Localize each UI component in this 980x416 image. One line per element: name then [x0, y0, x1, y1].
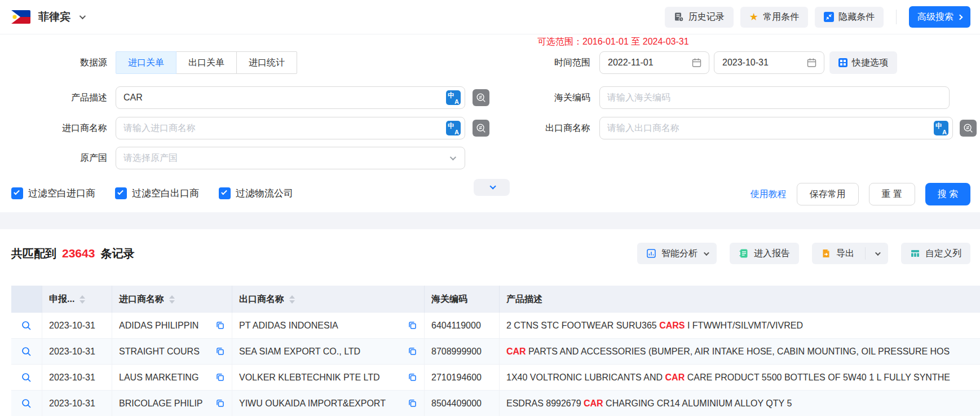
country-chevron-down-icon[interactable]	[80, 13, 86, 19]
country-name: 菲律宾	[38, 10, 70, 24]
exporter-label: 出口商名称	[517, 117, 590, 139]
chevron-down-icon	[704, 250, 709, 256]
sort-icons[interactable]	[289, 295, 295, 304]
copy-icon[interactable]	[215, 373, 225, 382]
view-detail-magnifier-icon[interactable]	[21, 346, 32, 357]
match-prefix: 共匹配到	[11, 246, 56, 261]
date-range-hint: 可选范围：2016-01-01 至 2024-03-31	[537, 36, 689, 48]
collapse-icon	[824, 12, 834, 22]
start-date-value: 2022-11-01	[608, 58, 691, 68]
philippines-flag-icon	[11, 10, 30, 24]
calendar-icon[interactable]	[806, 58, 817, 68]
filter-blank-exporter[interactable]: 过滤空白出口商	[115, 187, 199, 200]
table-row: 2023-10-31 BRICOLAGE PHILIP YIWU OUKAIDA…	[11, 391, 980, 416]
copy-icon[interactable]	[408, 321, 417, 330]
col-header-detail	[11, 286, 42, 313]
match-count-line: 共匹配到 23643 条记录	[11, 246, 134, 261]
tab-import-declarations[interactable]: 进口关单	[116, 51, 176, 74]
columns-icon	[910, 248, 920, 259]
divider	[896, 10, 897, 24]
origin-country-placeholder: 请选择原产国	[123, 152, 450, 164]
hide-conditions-button[interactable]: 隐藏条件	[815, 7, 884, 28]
filter-checkbox-row: 过滤空白进口商 过滤空白出口商 过滤物流公司	[11, 187, 293, 200]
favorite-conditions-button[interactable]: ★ 常用条件	[740, 7, 808, 28]
advanced-search-button[interactable]: 高级搜索	[909, 6, 970, 28]
copy-icon[interactable]	[215, 321, 225, 330]
tutorial-link[interactable]: 使用教程	[751, 189, 787, 200]
sort-icons[interactable]	[169, 295, 175, 304]
checkbox-checked-icon	[115, 187, 127, 199]
copy-icon[interactable]	[408, 347, 417, 356]
cell-exporter: VOLKER KLEBTECHNIK PTE LTD	[239, 373, 404, 383]
copy-icon[interactable]	[215, 347, 225, 356]
tab-import-statistics[interactable]: 进口统计	[236, 51, 297, 74]
quick-options-button[interactable]: 快捷选项	[829, 51, 897, 74]
export-button[interactable]: 导出	[812, 243, 888, 264]
history-label: 历史记录	[688, 11, 725, 23]
translate-icon[interactable]: 中A	[446, 90, 461, 105]
product-desc-input[interactable]	[116, 86, 465, 109]
advanced-search-label: 高级搜索	[917, 11, 953, 23]
star-icon: ★	[749, 12, 758, 22]
quick-options-icon	[838, 58, 847, 67]
filter-label: 过滤空白出口商	[132, 187, 199, 200]
custom-columns-button[interactable]: 自定义列	[901, 243, 970, 264]
desc-highlight: CAR	[584, 399, 603, 409]
copy-icon[interactable]	[408, 399, 417, 408]
origin-country-select[interactable]: 请选择原产国	[116, 147, 465, 169]
hs-code-input[interactable]	[599, 86, 950, 109]
cell-importer: LAUS MARKETING	[119, 373, 212, 383]
table-row: 2023-10-31 LAUS MARKETING VOLKER KLEBTEC…	[11, 365, 980, 391]
cell-declare-date: 2023-10-31	[42, 313, 112, 338]
tab-export-declarations[interactable]: 出口关单	[176, 51, 237, 74]
smart-analysis-label: 智能分析	[661, 248, 698, 260]
search-form: 可选范围：2016-01-01 至 2024-03-31 数据源 进口关单 出口…	[0, 34, 980, 212]
reset-button[interactable]: 重 置	[869, 183, 915, 205]
col-header-importer: 进口商名称	[112, 286, 232, 313]
table-header-row: 申报... 进口商名称 出口商名称 海关编码 产品描述	[11, 286, 980, 313]
copy-icon[interactable]	[215, 399, 225, 408]
cell-hs-code: 8504409000	[425, 391, 500, 416]
chevron-down-icon	[489, 183, 496, 189]
export-icon	[821, 248, 831, 259]
sort-icons[interactable]	[80, 295, 85, 304]
custom-columns-label: 自定义列	[925, 248, 961, 260]
col-header-hs-code: 海关编码	[425, 286, 500, 313]
search-mode-icon[interactable]	[473, 89, 489, 106]
search-mode-icon[interactable]	[473, 120, 489, 137]
smart-analysis-button[interactable]: 智能分析	[637, 243, 717, 264]
cell-product-desc: 2 CTNS STC FOOTWEAR SURU365 CARS I FTWWH…	[500, 313, 980, 338]
data-source-label: 数据源	[11, 51, 107, 74]
view-detail-magnifier-icon[interactable]	[21, 398, 32, 409]
calendar-icon[interactable]	[691, 58, 702, 68]
divider	[865, 247, 866, 260]
cell-hs-code: 6404119000	[425, 313, 500, 338]
favorite-conditions-label: 常用条件	[763, 11, 799, 23]
collapse-form-button[interactable]	[474, 179, 510, 196]
chevron-down-icon[interactable]	[875, 250, 881, 256]
match-count: 23643	[62, 247, 95, 260]
end-date-input[interactable]: 2023-10-31	[714, 51, 824, 74]
report-icon	[739, 248, 749, 259]
translate-icon[interactable]: 中A	[934, 121, 948, 135]
view-detail-magnifier-icon[interactable]	[21, 320, 32, 331]
col-label: 海关编码	[431, 294, 467, 305]
exporter-input[interactable]	[599, 117, 953, 139]
importer-input[interactable]	[116, 117, 465, 139]
quick-options-label: 快捷选项	[852, 57, 888, 69]
enter-report-label: 进入报告	[754, 248, 790, 260]
enter-report-button[interactable]: 进入报告	[730, 243, 799, 264]
translate-icon[interactable]: 中A	[446, 121, 461, 135]
cell-product-desc: CAR PARTS AND ACCESSORIES (BUMPER, AIR I…	[500, 339, 980, 364]
filter-logistics-company[interactable]: 过滤物流公司	[219, 187, 293, 200]
cell-declare-date: 2023-10-31	[42, 391, 112, 416]
copy-icon[interactable]	[408, 373, 417, 382]
filter-blank-importer[interactable]: 过滤空白进口商	[11, 187, 95, 200]
start-date-input[interactable]: 2022-11-01	[599, 51, 709, 74]
results-table: 申报... 进口商名称 出口商名称 海关编码 产品描述 2023-10-31 A…	[11, 286, 980, 416]
search-mode-icon[interactable]	[960, 120, 977, 137]
save-favorite-button[interactable]: 保存常用	[797, 183, 859, 205]
view-detail-magnifier-icon[interactable]	[21, 372, 32, 383]
history-button[interactable]: 历史记录	[665, 7, 734, 28]
search-button[interactable]: 搜 索	[925, 183, 970, 205]
